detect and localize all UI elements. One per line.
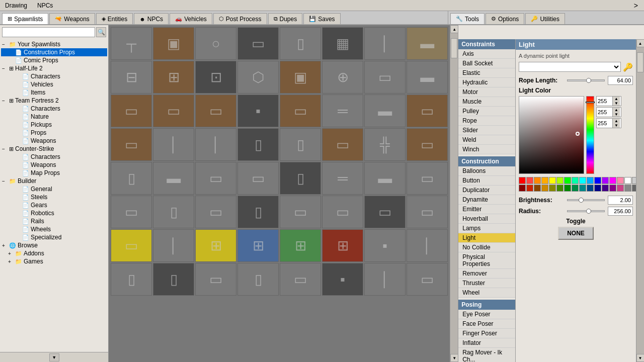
prop-item[interactable]: ⊞	[153, 61, 194, 94]
brightness-thumb[interactable]	[579, 198, 584, 203]
constraint-item[interactable]: Rope	[458, 116, 515, 126]
tab-weapons[interactable]: 🔫 Weapons	[49, 13, 95, 24]
construction-header[interactable]: Construction	[458, 156, 515, 166]
construction-item[interactable]: No Collide	[458, 243, 515, 252]
tab-tools[interactable]: 🔧 Tools	[450, 13, 485, 24]
preset-dropdown[interactable]	[519, 62, 621, 72]
palette-color[interactable]	[579, 185, 586, 192]
rgb-g-up[interactable]: ▲	[613, 108, 620, 112]
tree-item-builder-wheels[interactable]: 📄 Wheels	[1, 225, 107, 233]
scroll-track[interactable]	[450, 33, 458, 354]
prop-item[interactable]: ═	[322, 95, 363, 127]
prop-item[interactable]: ▭	[407, 263, 448, 296]
prop-item[interactable]: ▭	[111, 229, 152, 262]
prop-item[interactable]: ▯	[280, 27, 321, 60]
rgb-r-down[interactable]: ▼	[613, 101, 620, 106]
palette-color[interactable]	[624, 185, 631, 192]
prop-item[interactable]: ▭	[407, 128, 448, 161]
prop-item[interactable]: ▭	[195, 263, 236, 296]
prop-item[interactable]: ▬	[407, 27, 448, 60]
tree-item-tf2-props[interactable]: 📄 Props	[1, 129, 107, 137]
prop-item[interactable]: │	[153, 229, 194, 262]
toggle-cs[interactable]: −	[2, 146, 9, 152]
tree-item-builder-robotics[interactable]: 📄 Robotics	[1, 209, 107, 217]
prop-item[interactable]: ▭	[407, 95, 448, 127]
construction-item[interactable]: Wheel	[458, 288, 515, 298]
scroll-thumb[interactable]	[451, 38, 457, 58]
construction-item[interactable]: Remover	[458, 269, 515, 279]
prop-item[interactable]: ▭	[111, 95, 152, 127]
tree-item-tf2[interactable]: − ⊞ Team Fortress 2	[1, 97, 107, 105]
prop-item[interactable]: ▭	[407, 162, 448, 195]
prop-item[interactable]: ▦	[322, 27, 363, 60]
tree-item-tf2-characters[interactable]: 📄 Characters	[1, 105, 107, 113]
palette-color[interactable]	[617, 185, 624, 192]
prop-item[interactable]: ▭	[322, 128, 363, 161]
construction-item[interactable]: Physical Properties	[458, 252, 515, 269]
tree-item-hl2-items[interactable]: 📄 Items	[1, 88, 107, 97]
color-gradient[interactable]	[519, 96, 584, 174]
tree-item-builder[interactable]: − 📁 Builder	[1, 177, 107, 185]
prop-item[interactable]: ▯	[280, 162, 321, 195]
tree-item-builder-rails[interactable]: 📄 Rails	[1, 217, 107, 225]
tab-npcs[interactable]: ☻ NPCs	[134, 13, 169, 24]
palette-color[interactable]	[541, 177, 548, 184]
palette-color[interactable]	[594, 177, 601, 184]
rope-length-thumb[interactable]	[586, 78, 591, 83]
toggle-your-spawnlists[interactable]: −	[2, 42, 9, 47]
constraint-item[interactable]: Muscle	[458, 97, 515, 107]
construction-item[interactable]: Light	[458, 233, 515, 243]
tree-item-addons[interactable]: + 📁 Addons	[1, 249, 107, 257]
prop-item[interactable]: ▭	[364, 196, 406, 228]
constraint-item[interactable]: Motor	[458, 87, 515, 97]
search-input[interactable]	[2, 27, 95, 37]
posing-item[interactable]: Rag Mover - Ik Ch...	[458, 348, 515, 362]
prop-item[interactable]: ▬	[153, 162, 194, 195]
rgb-b-spinner[interactable]: 255 ▲ ▼	[596, 118, 621, 128]
palette-color[interactable]	[587, 185, 594, 192]
constraint-item[interactable]: Slider	[458, 126, 515, 135]
prop-item[interactable]: ═	[322, 162, 363, 195]
tree-item-builder-specialized[interactable]: 📄 Specialized	[1, 233, 107, 241]
radius-track[interactable]	[567, 210, 605, 212]
tab-entities[interactable]: ◈ Entities	[96, 13, 133, 24]
rgb-r-spinner[interactable]: 255 ▲ ▼	[596, 96, 621, 106]
prop-item[interactable]: ▭	[111, 196, 152, 228]
prop-item[interactable]: │	[364, 27, 406, 60]
prop-item[interactable]: ▭	[322, 196, 363, 228]
prop-item[interactable]: ⊞	[280, 229, 321, 262]
prop-item[interactable]: ▭	[364, 61, 406, 94]
prop-item[interactable]: ▪	[237, 95, 279, 127]
search-button[interactable]: 🔍	[96, 27, 106, 37]
palette-color[interactable]	[526, 177, 533, 184]
prop-item[interactable]: ⬡	[237, 61, 279, 94]
tab-dupes[interactable]: ⧉ Dupes	[268, 13, 303, 24]
radius-thumb[interactable]	[586, 209, 591, 214]
palette-color[interactable]	[602, 177, 609, 184]
prop-item[interactable]: │	[195, 128, 236, 161]
tree-item-builder-gears[interactable]: 📄 Gears	[1, 201, 107, 209]
tree-item-builder-general[interactable]: 📄 General	[1, 185, 107, 193]
right-scroll-down[interactable]: ▼	[636, 354, 645, 362]
prop-item[interactable]: ▭	[237, 27, 279, 60]
none-button[interactable]: NONE	[558, 227, 594, 240]
prop-item[interactable]: ┬	[111, 27, 152, 60]
left-bottom-button[interactable]: ▼	[49, 353, 59, 361]
constraint-item[interactable]: Elastic	[458, 68, 515, 78]
prop-item[interactable]: ▭	[280, 263, 321, 296]
palette-color[interactable]	[609, 185, 616, 192]
prop-item[interactable]: │	[364, 263, 406, 296]
tree-item-cs-map-props[interactable]: 📄 Map Props	[1, 169, 107, 177]
palette-color[interactable]	[572, 185, 579, 192]
construction-item[interactable]: Emitter	[458, 205, 515, 214]
palette-color[interactable]	[541, 185, 548, 192]
palette-color[interactable]	[549, 185, 556, 192]
tree-item-tf2-pickups[interactable]: 📄 Pickups	[1, 121, 107, 129]
prop-item[interactable]: ▭	[237, 162, 279, 195]
prop-item[interactable]: ⊕	[322, 61, 363, 94]
tree-item-construction-props[interactable]: 📄 Construction Props	[1, 48, 107, 56]
tab-vehicles[interactable]: 🚗 Vehicles	[170, 13, 212, 24]
tree-item-builder-steels[interactable]: 📄 Steels	[1, 193, 107, 201]
prop-item[interactable]: │	[407, 229, 448, 262]
palette-color[interactable]	[519, 185, 526, 192]
